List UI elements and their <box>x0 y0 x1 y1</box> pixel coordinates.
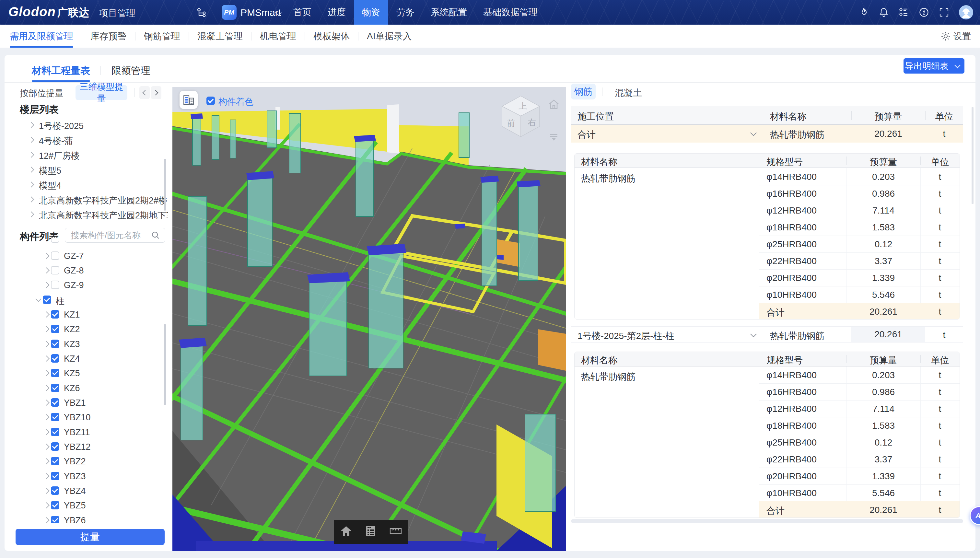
chevron-right-icon[interactable] <box>43 502 49 508</box>
tree-item[interactable]: YBZ3 <box>5 471 168 481</box>
tab-stock-warning[interactable]: 库存预警 <box>82 25 135 48</box>
tab-concrete[interactable]: 混凝土管理 <box>189 25 251 48</box>
list-icon[interactable] <box>366 525 376 538</box>
tree-item-label[interactable]: 柱 <box>56 295 64 307</box>
chevron-right-icon[interactable] <box>43 312 49 317</box>
checkbox[interactable] <box>51 281 59 289</box>
chevron-right-icon[interactable] <box>43 341 49 347</box>
menu-item-home[interactable]: 首页 <box>285 0 320 25</box>
prev-arrow-button[interactable] <box>140 86 150 99</box>
tree-item[interactable]: KZ5 <box>5 368 168 378</box>
tab-rebar[interactable]: 钢筋管理 <box>135 25 189 48</box>
panel-scrollbar[interactable] <box>972 107 973 204</box>
checkbox[interactable] <box>51 266 59 274</box>
component-list-scrollbar[interactable] <box>164 324 166 405</box>
checkbox[interactable] <box>51 442 59 451</box>
home-view-icon[interactable] <box>548 99 560 111</box>
chevron-down-icon[interactable] <box>750 130 757 136</box>
ruler-icon[interactable] <box>389 527 402 537</box>
tree-item-expanded[interactable]: 柱 <box>5 295 168 305</box>
menu-item-base-data[interactable]: 基础数据管理 <box>475 0 546 25</box>
floor-label[interactable]: 模型5 <box>39 165 61 177</box>
floor-label[interactable]: 1号楼-2025 <box>39 120 84 132</box>
floor-label[interactable]: 模型4 <box>39 180 61 192</box>
checkbox[interactable] <box>51 310 59 318</box>
chevron-right-icon[interactable] <box>43 473 49 479</box>
checkbox[interactable] <box>51 516 59 523</box>
menu-item-materials[interactable]: 物资 <box>354 0 388 25</box>
floor-item[interactable]: 北京高新数字科技产业园2期地下车库人防 <box>5 209 168 219</box>
menu-item-progress[interactable]: 进度 <box>320 0 354 25</box>
avatar[interactable] <box>959 5 973 20</box>
export-button[interactable]: 导出明细表 <box>903 58 950 74</box>
tree-item-label[interactable]: GZ-7 <box>64 251 84 261</box>
tree-item[interactable]: GZ-9 <box>5 280 168 290</box>
checkbox[interactable] <box>51 398 59 407</box>
collapse-icon[interactable] <box>549 134 558 143</box>
chevron-right-icon[interactable] <box>43 356 49 361</box>
tree-item[interactable]: YBZ1 <box>5 397 168 407</box>
chevron-right-icon[interactable] <box>43 517 49 523</box>
tree-item-label[interactable]: YBZ2 <box>64 456 86 467</box>
info-icon[interactable] <box>918 7 929 18</box>
tree-item-label[interactable]: YBZ3 <box>64 471 86 481</box>
coloring-checkbox[interactable] <box>207 97 215 105</box>
checkbox[interactable] <box>51 369 59 377</box>
tree-item[interactable]: YBZ2 <box>5 456 168 466</box>
chevron-right-icon[interactable] <box>28 167 34 172</box>
chevron-right-icon[interactable] <box>43 429 49 435</box>
group-row[interactable]: 1号楼-2025-第2层-柱-柱 热轧带肋钢筋 20.261 t <box>571 326 963 343</box>
chevron-down-icon[interactable] <box>750 331 757 337</box>
tree-item-label[interactable]: KZ1 <box>64 310 80 320</box>
tab-material-quantity[interactable]: 材料工程量表 <box>32 64 90 77</box>
view-cube[interactable]: 上 前 右 <box>496 93 545 141</box>
tree-item-label[interactable]: YBZ5 <box>64 501 86 511</box>
checkbox[interactable] <box>51 428 59 436</box>
model-list-button[interactable] <box>179 91 198 109</box>
menu-item-system-config[interactable]: 系统配置 <box>423 0 475 25</box>
checkbox[interactable] <box>51 251 59 260</box>
tree-item[interactable]: YBZ12 <box>5 441 168 451</box>
tree-item-label[interactable]: GZ-9 <box>64 280 84 290</box>
bim-scene[interactable] <box>172 87 566 551</box>
menu-item-labor[interactable]: 劳务 <box>388 0 423 25</box>
bell-icon[interactable] <box>878 7 889 18</box>
floor-label[interactable]: 12#厂房楼 <box>39 150 80 162</box>
chevron-right-icon[interactable] <box>28 196 34 202</box>
settings-button[interactable]: 设置 <box>941 25 971 48</box>
checkbox[interactable] <box>51 384 59 392</box>
tree-item-label[interactable]: YBZ6 <box>64 515 86 523</box>
checkbox[interactable] <box>51 340 59 348</box>
tree-item[interactable]: YBZ6 <box>5 515 168 523</box>
checkbox[interactable] <box>51 325 59 333</box>
floor-item[interactable]: 12#厂房楼 <box>5 150 170 159</box>
chevron-right-icon[interactable] <box>43 326 49 332</box>
floor-list-scrollbar[interactable] <box>164 159 166 211</box>
chevron-right-icon[interactable] <box>43 253 49 259</box>
tree-item-label[interactable]: YBZ11 <box>64 427 90 437</box>
tree-item[interactable]: YBZ11 <box>5 427 168 437</box>
checkbox[interactable] <box>51 238 59 243</box>
panel-tab-concrete[interactable]: 混凝土 <box>615 87 642 99</box>
checkbox[interactable] <box>43 295 51 304</box>
tab-formwork[interactable]: 模板架体 <box>305 25 358 48</box>
flame-icon[interactable] <box>858 7 869 18</box>
tree-item[interactable]: YBZ4 <box>5 486 168 496</box>
checkbox[interactable] <box>51 472 59 480</box>
panel-tab-rebar[interactable]: 钢筋 <box>571 84 596 100</box>
chevron-right-icon[interactable] <box>28 152 34 158</box>
chevron-right-icon[interactable] <box>43 385 49 391</box>
tree-item-label[interactable]: KZ2 <box>64 324 80 335</box>
chevron-right-icon[interactable] <box>43 458 49 464</box>
chevron-right-icon[interactable] <box>43 414 49 420</box>
chevron-right-icon[interactable] <box>43 488 49 494</box>
tree-item-label[interactable]: KZ6 <box>64 383 80 393</box>
mode-tab-by-part[interactable]: 按部位提量 <box>20 87 64 99</box>
tree-item-label[interactable]: YBZ10 <box>64 412 91 423</box>
chevron-right-icon[interactable] <box>28 211 34 217</box>
floor-item[interactable]: 4号楼-蒲 <box>5 135 170 144</box>
floor-label[interactable]: 北京高新数字科技产业园2期2#楼 <box>39 195 167 207</box>
home-icon[interactable] <box>340 525 352 538</box>
tree-item-label[interactable]: YBZ1 <box>64 398 86 408</box>
apps-icon[interactable] <box>898 7 909 18</box>
